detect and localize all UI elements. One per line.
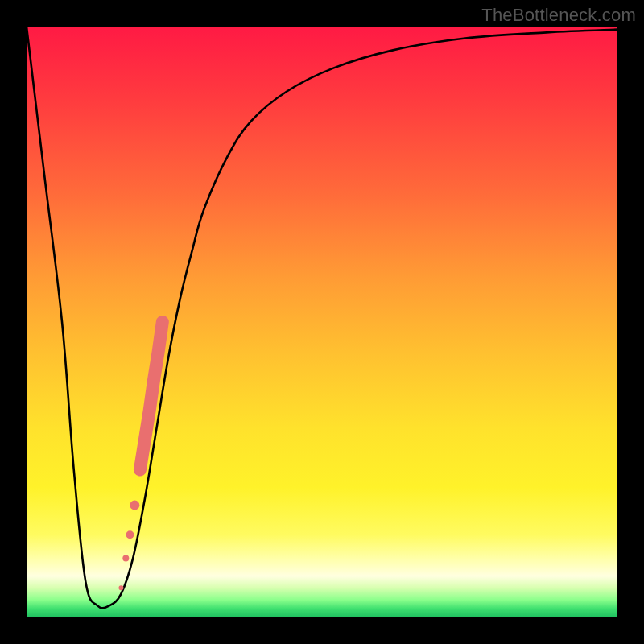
highlight-dot <box>122 555 129 562</box>
chart-frame: TheBottleneck.com <box>0 0 644 644</box>
chart-plot-area <box>27 27 617 617</box>
highlight-dot <box>130 501 139 510</box>
highlight-dot <box>118 585 123 590</box>
highlight-dot <box>126 530 134 539</box>
watermark-text: TheBottleneck.com <box>481 5 636 26</box>
highlight-band <box>140 322 163 470</box>
bottleneck-curve <box>27 27 617 608</box>
chart-svg <box>27 27 617 617</box>
